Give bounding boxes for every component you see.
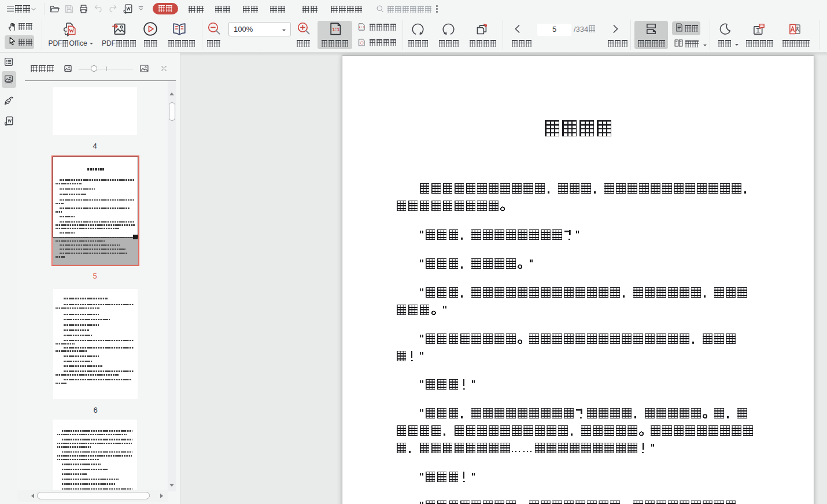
svg-text:1:1: 1:1: [332, 27, 339, 32]
